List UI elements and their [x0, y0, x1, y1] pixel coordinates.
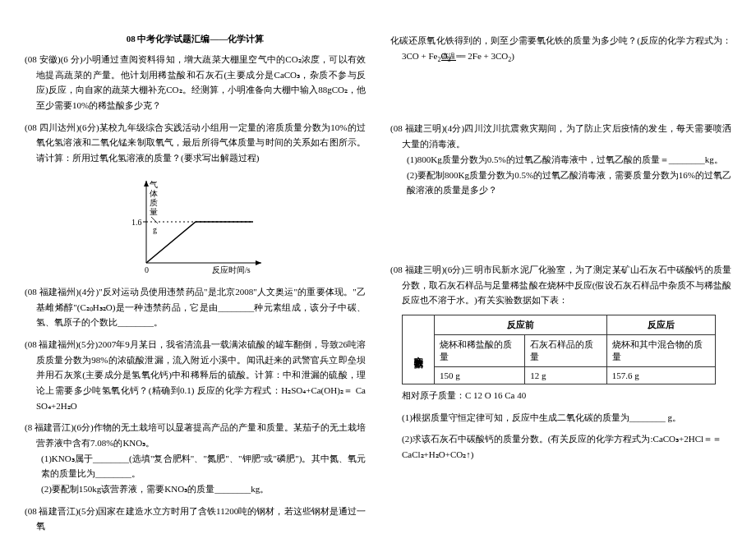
svg-marker-3	[144, 181, 149, 186]
data-sample: 12 g	[525, 366, 606, 384]
question-6-continued: 化碳还原氧化铁得到的，则至少需要氧化铁的质量为多少吨？(反应的化学方程式为：3C…	[390, 33, 731, 65]
question-5-part2: (2)要配制150kg该营养液，需要KNO₃的质量________kg。	[36, 481, 366, 497]
right-column: 化碳还原氧化铁得到的，则至少需要氧化铁的质量为多少吨？(反应的化学方程式为：3C…	[390, 33, 731, 534]
svg-text:质: 质	[150, 198, 158, 207]
data-beaker-acid: 150 g	[435, 366, 525, 384]
question-7-part2: (2)要配制800Kg质量分数为0.5%的过氧乙酸消毒液，需要质量分数为16%的…	[402, 168, 731, 198]
svg-marker-1	[256, 260, 261, 265]
table-header-row: 实验数据 反应前 反应后	[403, 315, 716, 334]
table-subheader-row: 烧杯和稀盐酸的质量 石灰石样品的质量 烧杯和其中混合物的质量	[403, 334, 716, 366]
data-mixture: 157.6 g	[606, 366, 715, 384]
table-data-row: 150 g 12 g 157.6 g	[403, 366, 716, 384]
page-columns: 08 中考化学试题汇编——化学计算 (08 安徽)(6 分)小明通过查阅资料得知…	[25, 33, 731, 534]
chart-container: 1.6 0 反应时间/s 气 体 质 量 g	[25, 173, 366, 279]
page-title: 08 中考化学试题汇编——化学计算	[25, 33, 366, 45]
svg-text:体: 体	[150, 189, 158, 198]
question-8-part1: (1)根据质量守恒定律可知，反应中生成二氧化碳的质量为________ g。	[390, 410, 731, 426]
question-2: (08 四川达州)(6分)某校九年级综合实践活动小组用一定量的溶质质量分数为10…	[25, 120, 366, 166]
question-3: (08 福建福州)(4分)"反对运动员使用违禁药品"是北京2008"人文奥运"的…	[25, 284, 366, 330]
svg-line-9	[151, 217, 158, 223]
question-5: (8 福建晋江)(6分)作物的无土栽培可以显著提高产品的产量和质量。某茄子的无土…	[25, 420, 366, 496]
left-column: 08 中考化学试题汇编——化学计算 (08 安徽)(6 分)小明通过查阅资料得知…	[25, 33, 366, 534]
question-6-start: (08 福建晋江)(5分)国家在建造水立方时用了含铁11200吨的钢材，若这些钢…	[25, 504, 366, 534]
x-axis-label: 反应时间/s	[212, 265, 251, 274]
question-1: (08 安徽)(6 分)小明通过查阅资料得知，增大蔬菜大棚里空气中的CO₂浓度，…	[25, 52, 366, 113]
header-after: 反应后	[606, 315, 715, 334]
row-group-label: 实验数据	[403, 315, 435, 384]
question-7: (08 福建三明)(4分)四川汶川抗震救灾期间，为了防止灾后疫情的发生，每天需要…	[390, 121, 731, 197]
y-axis-label-1: 气	[150, 180, 158, 189]
spacer-1	[390, 71, 731, 121]
question-4: (08 福建福州)(5分)2007年9月某日，我省清流县一载满浓硫酸的罐车翻倒，…	[25, 337, 366, 413]
question-5-stem: (8 福建晋江)(6分)作物的无土栽培可以显著提高产品的产量和质量。某茄子的无土…	[25, 422, 366, 448]
col-beaker-acid: 烧杯和稀盐酸的质量	[435, 334, 525, 366]
col-sample: 石灰石样品的质量	[525, 334, 606, 366]
experiment-data-table: 实验数据 反应前 反应后 烧杯和稀盐酸的质量 石灰石样品的质量 烧杯和其中混合物…	[402, 315, 716, 384]
spacer-2	[390, 205, 731, 262]
svg-text:量: 量	[150, 207, 158, 216]
eq-condition: 高温	[441, 53, 456, 61]
relative-mass-note: 相对原子质量：C 12 O 16 Ca 40	[390, 388, 731, 403]
origin-label: 0	[145, 265, 149, 274]
header-before: 反应前	[435, 315, 607, 334]
question-7-stem: (08 福建三明)(4分)四川汶川抗震救灾期间，为了防止灾后疫情的发生，每天需要…	[390, 123, 731, 149]
mass-time-chart: 1.6 0 反应时间/s 气 体 质 量 g	[122, 173, 270, 279]
question-8-part2: (2)求该石灰石中碳酸钙的质量分数。(有关反应的化学方程式为:CaCO₃+2HC…	[390, 431, 731, 462]
y-tick-label: 1.6	[131, 218, 142, 227]
svg-text:g: g	[153, 225, 157, 234]
col-mixture: 烧杯和其中混合物的质量	[606, 334, 715, 366]
question-8: (08 福建三明)(6分)三明市民新水泥厂化验室，为了测定某矿山石灰石中碳酸钙的…	[390, 262, 731, 308]
question-7-part1: (1)800Kg质量分数为0.5%的过氧乙酸消毒液中，过氧乙酸的质量＝_____…	[402, 152, 731, 168]
question-5-part1: (1)KNO₃属于________(选填"复合肥料"、"氮肥"、"钾肥"或"磷肥…	[36, 451, 366, 481]
